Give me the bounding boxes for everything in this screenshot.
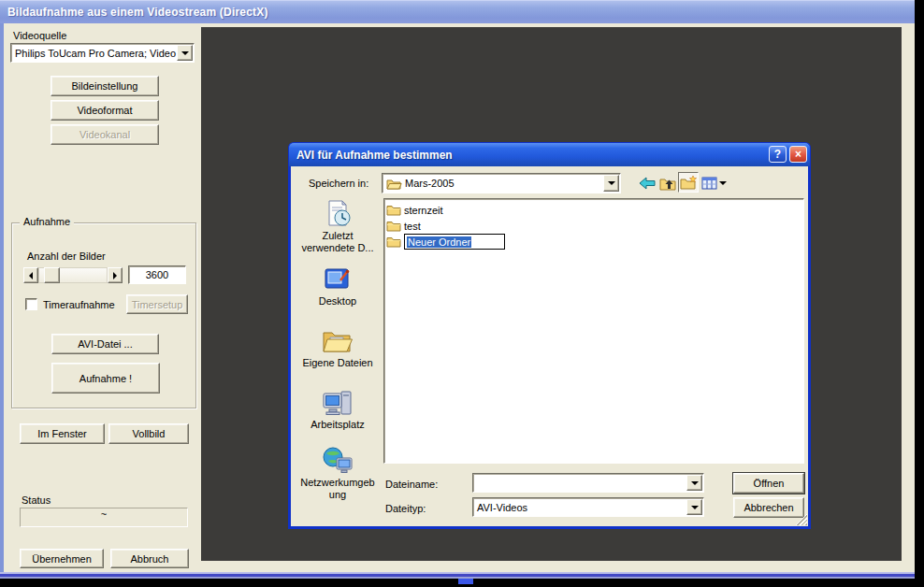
place-my-documents[interactable]: Eigene Dateien bbox=[296, 325, 380, 369]
arrow-left-icon bbox=[29, 272, 33, 279]
save-avi-dialog: AVI für Aufnahme bestimmen ? × Speichern… bbox=[288, 142, 811, 529]
view-menu-button[interactable] bbox=[700, 173, 728, 193]
status-label: Status bbox=[22, 494, 51, 506]
up-one-level-button[interactable] bbox=[657, 173, 678, 193]
place-recent-documents[interactable]: Zuletzt verwendete D... bbox=[296, 198, 380, 254]
new-folder-icon bbox=[680, 175, 698, 190]
aufnahme-group-label: Aufnahme bbox=[20, 216, 74, 227]
selected-filename-text: Neuer Ordner bbox=[407, 236, 471, 248]
chevron-down-icon bbox=[608, 181, 615, 185]
file-name: test bbox=[404, 221, 421, 232]
video-source-value: Philips ToUcam Pro Camera; Video bbox=[11, 44, 177, 62]
folder-icon bbox=[386, 220, 401, 232]
dateityp-label: Dateityp: bbox=[385, 503, 426, 514]
aufnahme-button[interactable]: Aufnahme ! bbox=[51, 363, 160, 394]
dateiname-value[interactable] bbox=[473, 474, 686, 492]
dateiname-combobox[interactable] bbox=[472, 473, 704, 493]
desktop-icon bbox=[322, 264, 354, 295]
bildeinstellung-button[interactable]: Bildeinstellung bbox=[51, 76, 159, 96]
arrow-right-icon bbox=[113, 272, 117, 279]
place-label: Arbeitsplatz bbox=[310, 419, 364, 431]
chevron-down-icon bbox=[691, 481, 699, 485]
dateityp-combobox[interactable]: AVI-Videos bbox=[472, 497, 704, 517]
avi-datei-button[interactable]: AVI-Datei ... bbox=[51, 334, 159, 354]
chevron-down-icon bbox=[691, 506, 699, 509]
dialog-title: AVI für Aufnahme bestimmen bbox=[296, 149, 453, 162]
back-arrow-icon bbox=[639, 177, 656, 190]
open-folder-icon bbox=[386, 178, 402, 190]
file-name: sternzeit bbox=[404, 205, 443, 216]
speichern-in-dropdown-arrow[interactable] bbox=[603, 175, 619, 192]
videoformat-button[interactable]: Videoformat bbox=[51, 100, 159, 121]
place-label: Zuletzt verwendete D... bbox=[296, 230, 380, 254]
dialog-client-area: Speichern in: Mars-2005 bbox=[288, 166, 811, 529]
place-my-computer[interactable]: Arbeitsplatz bbox=[296, 387, 380, 431]
frames-slider-right-arrow[interactable] bbox=[108, 267, 123, 283]
timeraufnahme-label: Timeraufnahme bbox=[43, 299, 115, 310]
speichern-in-label: Speichern in: bbox=[309, 178, 368, 189]
file-list[interactable]: sternzeit test Neuer Ordner bbox=[383, 198, 804, 464]
place-network[interactable]: Netzwerkumgebung bbox=[296, 445, 380, 501]
aufnahme-groupbox: Aufnahme Anzahl der Bilder 3600 Timerauf… bbox=[11, 222, 196, 408]
file-row[interactable]: test bbox=[386, 218, 801, 234]
speichern-in-value: Mars-2005 bbox=[405, 178, 455, 189]
video-source-combobox[interactable]: Philips ToUcam Pro Camera; Video bbox=[10, 43, 195, 63]
dialog-help-button[interactable]: ? bbox=[769, 146, 787, 163]
abbruch-button[interactable]: Abbruch bbox=[110, 549, 189, 568]
frames-slider-thumb[interactable] bbox=[44, 267, 60, 283]
place-label: Desktop bbox=[319, 295, 356, 308]
timeraufnahme-checkbox[interactable] bbox=[25, 298, 37, 310]
place-label: Eigene Dateien bbox=[302, 357, 372, 369]
resize-grip[interactable] bbox=[795, 513, 807, 525]
vollbild-button[interactable]: Vollbild bbox=[108, 423, 189, 444]
status-value-box: ~ bbox=[20, 508, 188, 527]
window-bottom-border bbox=[0, 572, 915, 579]
chevron-down-icon bbox=[719, 181, 727, 185]
app-title: Bildaufnahme aus einem Videostream (Dire… bbox=[7, 6, 268, 19]
videoquelle-label: Videoquelle bbox=[13, 30, 66, 41]
my-documents-icon bbox=[321, 325, 354, 357]
up-folder-icon bbox=[659, 177, 676, 191]
file-row[interactable]: sternzeit bbox=[386, 202, 801, 218]
dateityp-dropdown-arrow[interactable] bbox=[686, 499, 702, 515]
im-fenster-button[interactable]: Im Fenster bbox=[20, 423, 105, 444]
network-icon bbox=[321, 445, 354, 477]
anzahl-der-bilder-label: Anzahl der Bilder bbox=[27, 251, 106, 262]
uebernehmen-button[interactable]: Übernehmen bbox=[20, 549, 104, 568]
videokanal-button: Videokanal bbox=[51, 124, 159, 145]
frames-count-field[interactable]: 3600 bbox=[128, 265, 186, 284]
chevron-down-icon bbox=[181, 51, 189, 55]
frames-slider-left-arrow[interactable] bbox=[23, 267, 38, 283]
back-button[interactable] bbox=[637, 173, 657, 193]
place-label: Netzwerkumgebung bbox=[298, 477, 377, 501]
abbrechen-button[interactable]: Abbrechen bbox=[733, 497, 804, 518]
timersetup-button: Timersetup bbox=[126, 294, 188, 314]
dateiname-dropdown-arrow[interactable] bbox=[686, 475, 702, 491]
dialog-titlebar[interactable]: AVI für Aufnahme bestimmen bbox=[288, 142, 811, 166]
video-source-dropdown-arrow[interactable] bbox=[177, 45, 193, 61]
recent-documents-icon bbox=[322, 198, 354, 230]
dateityp-value: AVI-Videos bbox=[473, 498, 686, 516]
dateiname-label: Dateiname: bbox=[385, 479, 438, 490]
speichern-in-combobox[interactable]: Mars-2005 bbox=[382, 173, 621, 193]
app-titlebar[interactable]: Bildaufnahme aus einem Videostream (Dire… bbox=[0, 0, 915, 23]
my-computer-icon bbox=[321, 387, 354, 419]
file-row-editing[interactable]: Neuer Ordner bbox=[386, 234, 801, 250]
view-menu-icon bbox=[701, 177, 717, 190]
new-folder-button[interactable] bbox=[678, 172, 699, 193]
taskbar-fragment bbox=[458, 579, 473, 584]
folder-icon bbox=[386, 236, 401, 248]
folder-icon bbox=[386, 204, 401, 216]
rename-edit-field[interactable]: Neuer Ordner bbox=[404, 234, 505, 250]
oeffnen-button[interactable]: Öffnen bbox=[733, 473, 804, 494]
place-desktop[interactable]: Desktop bbox=[296, 264, 380, 308]
screen: Bildaufnahme aus einem Videostream (Dire… bbox=[0, 0, 924, 587]
dialog-close-button[interactable]: × bbox=[789, 146, 807, 163]
